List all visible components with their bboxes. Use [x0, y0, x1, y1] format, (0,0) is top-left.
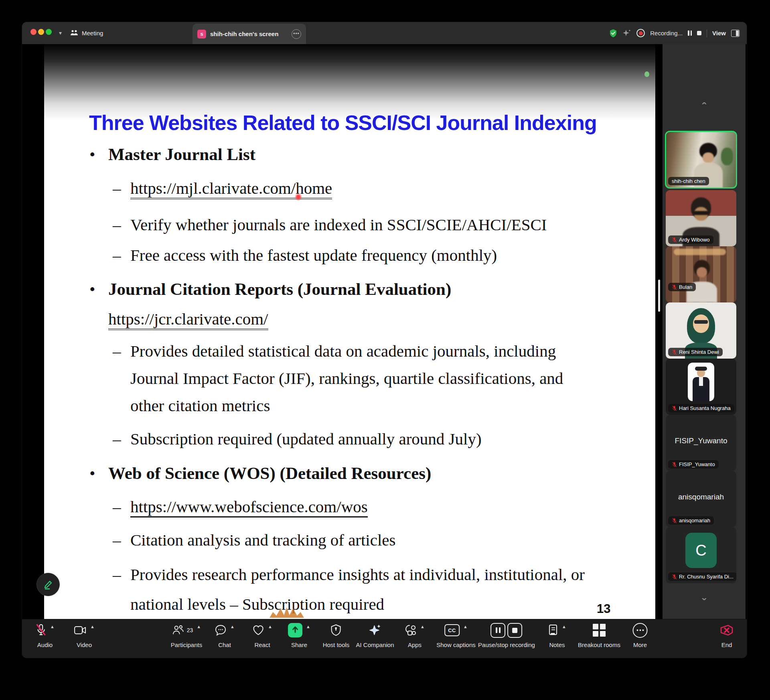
participant-name-label: Reni Shinta Dewi [668, 348, 723, 356]
participant-name-label: anisqomariah [668, 516, 714, 525]
audio-options-chevron[interactable]: ▲ [50, 624, 55, 629]
screen-share-badge: s [197, 30, 206, 39]
participant-tile[interactable]: C Rr. Chusnu Syarifa Di... [666, 527, 736, 583]
recording-indicator-icon [636, 29, 645, 37]
sparkle-icon[interactable] [622, 29, 631, 38]
heart-icon [252, 625, 264, 636]
participant-name-label: Hari Susanta Nugraha [668, 404, 734, 412]
participant-name-label: FISIP_Yuwanto [668, 460, 719, 469]
cc-icon: CC [444, 624, 460, 636]
apps-icon [405, 624, 417, 636]
maximize-window-button[interactable] [46, 29, 52, 35]
react-options-chevron[interactable]: ▲ [268, 624, 272, 629]
muted-mic-icon [35, 624, 47, 637]
slide-link: https://www.webofscience.com/wos [130, 497, 368, 516]
people-icon [70, 29, 78, 37]
captions-options-chevron[interactable]: ▲ [463, 624, 468, 629]
video-button[interactable]: ▲ Video [74, 623, 95, 648]
muted-mic-icon [672, 518, 677, 523]
show-captions-button[interactable]: CC ▲ Show captions [436, 623, 476, 648]
video-options-chevron[interactable]: ▲ [90, 624, 95, 629]
participant-tile[interactable]: Hari Susanta Nugraha [666, 359, 736, 415]
muted-mic-icon [672, 462, 677, 467]
participant-name-label: shih-chih chen [668, 177, 709, 185]
notes-button[interactable]: ▲ Notes [548, 623, 566, 648]
ai-sparkle-icon [369, 624, 381, 637]
participant-display-name: anisqomariah [666, 493, 736, 501]
slide-bullet: Verify whether journals are indexed in S… [130, 215, 547, 234]
end-meeting-icon [720, 623, 734, 637]
chevron-down-icon[interactable]: ▾ [59, 30, 62, 36]
slide-bullet: Provides research performance insights a… [130, 565, 585, 584]
apps-button[interactable]: ▲ Apps [405, 623, 425, 648]
share-button[interactable]: ▲ Share [288, 623, 310, 648]
view-button-label[interactable]: View [712, 30, 726, 37]
titlebar-right-cluster: Recording... View [609, 22, 747, 44]
slide-bullet: Master Journal List [108, 144, 255, 164]
close-window-button[interactable] [30, 29, 36, 35]
minimize-window-button[interactable] [38, 29, 44, 35]
slide-title: Three Websites Related to SSCI/SCI Journ… [89, 111, 597, 135]
audio-button[interactable]: ▲ Audio [35, 623, 55, 648]
participant-tile[interactable]: anisqomariah anisqomariah [666, 471, 736, 527]
host-tools-button[interactable]: Host tools [323, 623, 350, 648]
slide-bullet: Journal Citation Reports (Journal Evalua… [108, 279, 451, 299]
annotate-button[interactable] [36, 573, 60, 596]
participant-tile[interactable]: FISIP_Yuwanto FISIP_Yuwanto [666, 415, 736, 471]
slide-bullet: other citation metrics [130, 396, 270, 415]
chat-options-chevron[interactable]: ▲ [230, 624, 235, 629]
participants-options-chevron[interactable]: ▲ [197, 624, 201, 629]
slide-link: https://jcr.clarivate.com/ [108, 309, 268, 329]
participant-name-label: Bulan [668, 283, 696, 291]
stop-recording-icon[interactable] [697, 31, 701, 35]
participant-tile[interactable]: Ardy Wibowo [666, 190, 736, 246]
pencil-icon [42, 578, 54, 590]
zoom-window: ▾ Meeting s shih-chih chen's screen ••• [22, 22, 747, 658]
tab-options-icon[interactable]: ••• [292, 29, 301, 39]
share-options-chevron[interactable]: ▲ [306, 624, 310, 629]
notes-options-chevron[interactable]: ▲ [562, 624, 566, 629]
apps-options-chevron[interactable]: ▲ [420, 624, 425, 629]
stop-recording-icon[interactable] [507, 623, 522, 638]
slide-bullet: Citation analysis and tracking of articl… [130, 530, 396, 550]
share-screen-icon [288, 623, 302, 637]
muted-mic-icon [672, 574, 677, 580]
avatar [688, 363, 714, 401]
shared-screen-area: Three Websites Related to SSCI/SCI Journ… [22, 44, 747, 619]
muted-mic-icon [672, 237, 677, 243]
security-shield-icon[interactable] [609, 29, 617, 38]
more-button[interactable]: More [633, 623, 648, 648]
pause-stop-recording-button[interactable]: Pause/stop recording [478, 623, 535, 648]
tab-shared-screen-label: shih-chih chen's screen [210, 30, 278, 37]
grid-icon [593, 624, 606, 637]
chevron-down-icon[interactable]: ˇ [663, 597, 746, 609]
chevron-up-icon[interactable]: ˆ [663, 101, 746, 113]
muted-mic-icon [672, 349, 677, 355]
breakout-rooms-button[interactable]: Breakout rooms [578, 623, 620, 648]
tab-meeting[interactable]: Meeting [70, 27, 103, 39]
tab-shared-screen[interactable]: s shih-chih chen's screen ••• [192, 24, 306, 44]
slide-page-number: 13 [597, 602, 610, 616]
participants-button[interactable]: 23 ▲ Participants [171, 623, 202, 648]
slide-bullet: Free access with the fastest update freq… [130, 246, 497, 265]
participant-tile[interactable]: shih-chih chen [666, 132, 736, 188]
scrollbar-thumb[interactable] [658, 280, 660, 312]
react-button[interactable]: ▲ React [252, 623, 272, 648]
view-layout-icon[interactable] [731, 30, 740, 37]
window-titlebar: ▾ Meeting s shih-chih chen's screen ••• [22, 22, 747, 44]
avatar: C [685, 533, 717, 568]
chat-button[interactable]: ▲ Chat [215, 623, 235, 648]
laser-pointer-dot [295, 193, 302, 201]
muted-mic-icon [672, 406, 677, 411]
presentation-slide: Three Websites Related to SSCI/SCI Journ… [44, 44, 655, 619]
pause-recording-icon[interactable] [688, 30, 692, 36]
participant-name-label: Ardy Wibowo [668, 235, 713, 244]
participant-tile[interactable]: Reni Shinta Dewi [666, 302, 736, 359]
recording-label: Recording... [650, 30, 683, 37]
participants-icon [172, 625, 184, 636]
participant-tile[interactable]: Bulan [666, 246, 736, 302]
pause-recording-icon[interactable] [490, 623, 505, 638]
ai-companion-button[interactable]: AI Companion [356, 623, 394, 648]
participant-name-label: Rr. Chusnu Syarifa Di... [668, 572, 736, 581]
end-button[interactable]: End [720, 623, 734, 648]
